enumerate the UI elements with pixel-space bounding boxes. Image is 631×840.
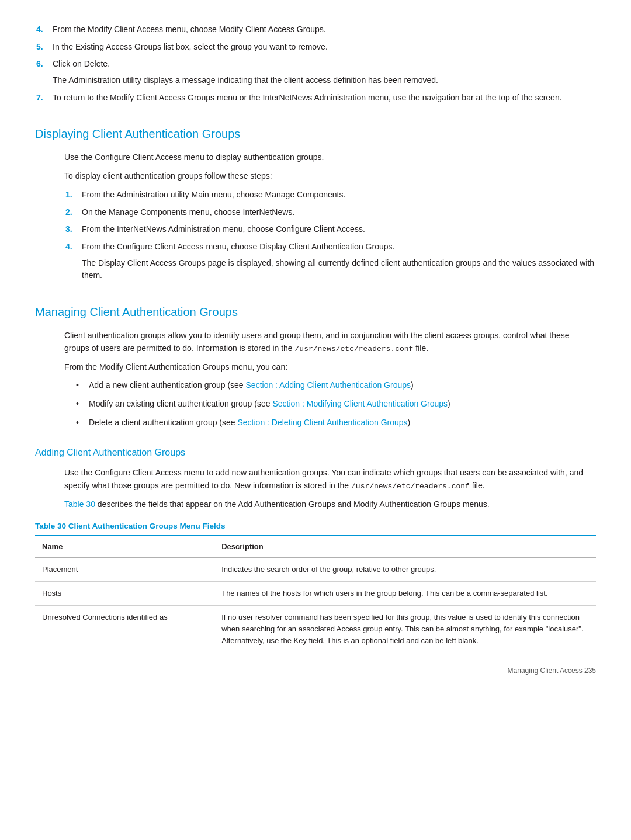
section-heading-adding: Adding Client Authentication Groups <box>35 446 596 460</box>
table-cell-description: Indicates the search order of the group,… <box>214 557 596 581</box>
table-cell-description: If no user resolver command has been spe… <box>214 606 596 653</box>
table-body: PlacementIndicates the search order of t… <box>35 557 596 652</box>
section-heading-displaying: Displaying Client Authentication Groups <box>35 125 596 143</box>
bullet-item-1: Add a new client authentication group (s… <box>76 379 596 392</box>
bullet-item-2: Modify an existing client authentication… <box>76 398 596 411</box>
disp-step-2: 2. On the Manage Components menu, choose… <box>64 206 596 219</box>
managing-bullet-list: Add a new client authentication group (s… <box>35 379 596 429</box>
list-content-4: From the Modify Client Access menu, choo… <box>53 23 596 36</box>
disp-step-num-3: 3. <box>65 223 82 236</box>
list-sub-6: The Administration utility displays a me… <box>53 74 596 87</box>
table-ref-link[interactable]: Table 30 <box>64 499 95 509</box>
table-cell-name: Unresolved Connections identified as <box>35 606 214 653</box>
list-num-6: 6. <box>36 58 53 86</box>
disp-step-content-2: On the Manage Components menu, choose In… <box>82 206 596 219</box>
table-cell-name: Placement <box>35 557 214 581</box>
list-content-6: Click on Delete. The Administration util… <box>53 58 596 86</box>
displaying-para1: Use the Configure Client Access menu to … <box>35 151 596 164</box>
table-row: HostsThe names of the hosts for which us… <box>35 582 596 606</box>
list-item-4: 4. From the Modify Client Access menu, c… <box>35 23 596 36</box>
table-cell-name: Hosts <box>35 582 214 606</box>
table-caption: Table 30 Client Authentication Groups Me… <box>35 520 596 536</box>
link-modifying[interactable]: Section : Modifying Client Authenticatio… <box>272 399 448 408</box>
auth-groups-table: Name Description PlacementIndicates the … <box>35 536 596 653</box>
list-num-4: 4. <box>36 23 53 36</box>
disp-step-num-2: 2. <box>65 206 82 219</box>
displaying-para2: To display client authentication groups … <box>35 170 596 183</box>
disp-step-num-4: 4. <box>65 241 82 282</box>
list-num-5: 5. <box>36 41 53 54</box>
list-num-7: 7. <box>36 92 53 105</box>
table-header-row: Name Description <box>35 536 596 558</box>
disp-step-4: 4. From the Configure Client Access menu… <box>64 241 596 282</box>
disp-step-sub-4: The Display Client Access Groups page is… <box>82 257 596 282</box>
page-footer: Managing Client Access 235 <box>508 665 596 676</box>
list-item-7: 7. To return to the Modify Client Access… <box>35 92 596 105</box>
adding-para1: Use the Configure Client Access menu to … <box>35 467 596 492</box>
managing-para1: Client authentication groups allow you t… <box>35 329 596 355</box>
col-header-name: Name <box>35 536 214 558</box>
disp-step-content-1: From the Administration utility Main men… <box>82 189 596 202</box>
table-row: PlacementIndicates the search order of t… <box>35 557 596 581</box>
disp-step-3: 3. From the InterNetNews Administration … <box>64 223 596 236</box>
bullet-item-3: Delete a client authentication group (se… <box>76 416 596 429</box>
link-adding[interactable]: Section : Adding Client Authentication G… <box>246 380 411 390</box>
disp-step-num-1: 1. <box>65 189 82 202</box>
section-heading-managing: Managing Client Authentication Groups <box>35 303 596 321</box>
disp-step-1: 1. From the Administration utility Main … <box>64 189 596 202</box>
top-numbered-list: 4. From the Modify Client Access menu, c… <box>35 23 596 104</box>
disp-step-content-4: From the Configure Client Access menu, c… <box>82 241 596 282</box>
disp-step-content-3: From the InterNetNews Administration men… <box>82 223 596 236</box>
list-content-5: In the Existing Access Groups list box, … <box>53 41 596 54</box>
list-content-7: To return to the Modify Client Access Gr… <box>53 92 596 105</box>
adding-para2: Table 30 describes the fields that appea… <box>35 498 596 511</box>
col-header-description: Description <box>214 536 596 558</box>
page-container: 4. From the Modify Client Access menu, c… <box>35 23 596 653</box>
displaying-steps: 1. From the Administration utility Main … <box>35 189 596 282</box>
table-cell-description: The names of the hosts for which users i… <box>214 582 596 606</box>
list-item-5: 5. In the Existing Access Groups list bo… <box>35 41 596 54</box>
managing-para2: From the Modify Client Authentication Gr… <box>35 361 596 374</box>
table-row: Unresolved Connections identified asIf n… <box>35 606 596 653</box>
list-item-6: 6. Click on Delete. The Administration u… <box>35 58 596 86</box>
link-deleting[interactable]: Section : Deleting Client Authentication… <box>238 418 408 427</box>
